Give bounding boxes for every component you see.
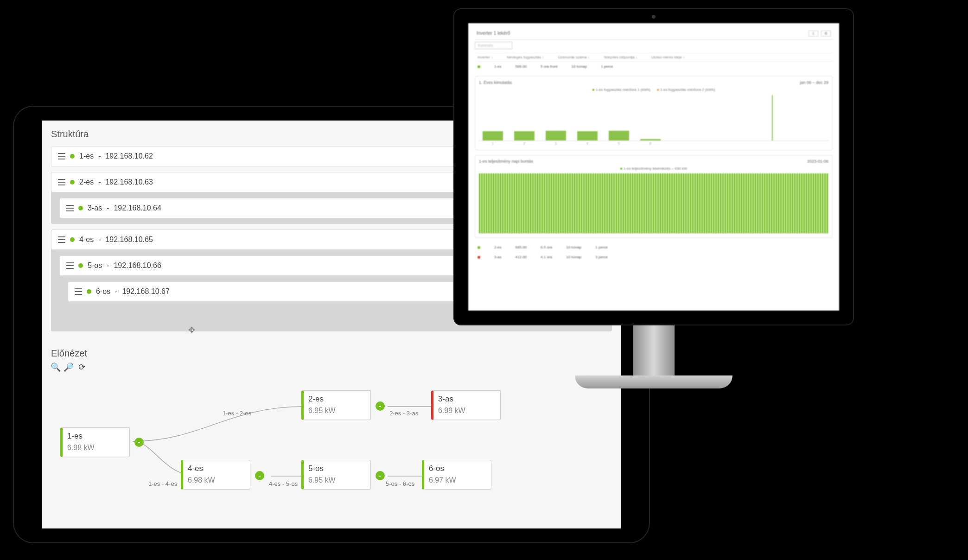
col[interactable]: Inverter ↓ bbox=[478, 55, 493, 59]
diagram-node-2es[interactable]: 2-es 6.95 kW bbox=[301, 390, 371, 420]
legend-item: 1-es teljesítmény lekérdezés – 430 kW bbox=[620, 166, 687, 171]
structure-row-name: 6-os bbox=[96, 287, 110, 296]
structure-row-ip: 192.168.10.64 bbox=[114, 204, 161, 212]
chart-legend: 1-es fogyasztás mérőóra 1 (kWh) 1-es fog… bbox=[479, 88, 828, 92]
cell: 2-es bbox=[494, 245, 502, 249]
dash: - bbox=[98, 178, 101, 186]
structure-row-name: 4-es bbox=[79, 235, 94, 244]
edge-label: 5-os - 6-os bbox=[386, 480, 414, 487]
table-header: Inverter ↓ Névleges fogyasztás ↓ Üzemórá… bbox=[475, 53, 833, 62]
drag-handle-icon[interactable] bbox=[66, 205, 74, 211]
cell: 685.00 bbox=[516, 245, 527, 249]
edge-label: 1-es - 4-es bbox=[148, 480, 177, 487]
page-title: Inverter 1 lekérő bbox=[477, 31, 510, 37]
edge-label: 4-es - 5-os bbox=[269, 480, 298, 487]
header-actions: ⇩ ⚙ bbox=[809, 31, 831, 37]
table-row[interactable]: 1-es 588.00 5 óra front 10 hónap 1 perce bbox=[475, 62, 833, 71]
structure-row-ip: 192.168.10.67 bbox=[122, 287, 169, 296]
status-dot-icon bbox=[478, 65, 480, 68]
drag-handle-icon[interactable] bbox=[58, 179, 65, 185]
drag-handle-icon[interactable] bbox=[58, 153, 65, 159]
structure-row-name: 3-as bbox=[88, 204, 102, 212]
diagram-node-1es[interactable]: 1-es 6.98 kW bbox=[60, 427, 130, 457]
move-cursor-icon: ✥ bbox=[188, 325, 195, 335]
structure-row-ip: 192.168.10.66 bbox=[114, 261, 161, 270]
bar-labels: 123456 bbox=[479, 141, 828, 146]
col[interactable]: Üzemórák száma ↓ bbox=[558, 55, 589, 59]
bar bbox=[483, 131, 503, 140]
edge-label: 1-es - 2-es bbox=[223, 410, 251, 417]
cell: 1 perce bbox=[595, 245, 608, 249]
table-row[interactable]: 2-es 685.00 6.5 óra 10 hónap 1 perce bbox=[475, 242, 833, 252]
status-dot-icon bbox=[87, 289, 91, 294]
node-value: 6.97 kW bbox=[429, 476, 484, 484]
node-value: 6.95 kW bbox=[308, 407, 364, 415]
node-value: 6.98 kW bbox=[188, 476, 243, 484]
cell: 6.5 óra bbox=[541, 245, 552, 249]
status-dot-icon bbox=[78, 263, 83, 268]
bar-chart bbox=[479, 95, 828, 141]
node-title: 4-es bbox=[188, 464, 243, 473]
zoom-in-icon[interactable]: 🔍 bbox=[51, 363, 60, 372]
connector-dot-icon[interactable]: - bbox=[134, 438, 144, 447]
search-input[interactable]: Keresés bbox=[475, 42, 512, 49]
node-value: 6.98 kW bbox=[67, 444, 123, 452]
status-dot-icon bbox=[70, 180, 75, 185]
camera-dot-icon bbox=[652, 15, 656, 19]
legend-item: 1-es fogyasztás mérőóra 2 (kWh) bbox=[657, 88, 715, 92]
chart-card-yearly: 1. Éves kimutatás jan 06 – dec 29 1-es f… bbox=[475, 76, 833, 150]
table-row[interactable]: 3-as 412.00 4.1 óra 10 hónap 3 perce bbox=[475, 252, 833, 262]
reset-icon[interactable]: ⟳ bbox=[77, 363, 86, 372]
dash: - bbox=[107, 204, 109, 212]
col[interactable]: Névleges fogyasztás ↓ bbox=[507, 55, 544, 59]
export-button[interactable]: ⇩ bbox=[809, 31, 818, 37]
dash: - bbox=[115, 287, 117, 296]
cell: 588.00 bbox=[516, 64, 527, 69]
status-dot-icon bbox=[70, 237, 75, 242]
col[interactable]: Telepítés időpontja ↓ bbox=[604, 55, 637, 59]
cell: 1-es bbox=[494, 64, 502, 69]
bar bbox=[546, 131, 566, 140]
chart-range: 2023-01-06 bbox=[807, 159, 828, 164]
cell: 3-as bbox=[494, 255, 502, 259]
chart-range: jan 06 – dec 29 bbox=[800, 80, 828, 85]
drag-handle-icon[interactable] bbox=[75, 288, 82, 295]
node-value: 6.95 kW bbox=[308, 476, 364, 484]
monitor-device: Inverter 1 lekérő ⇩ ⚙ Keresés Inverter ↓… bbox=[454, 9, 853, 399]
drag-handle-icon[interactable] bbox=[66, 262, 74, 269]
status-dot-icon bbox=[478, 256, 480, 259]
bar bbox=[514, 131, 535, 140]
connector-dot-icon[interactable]: - bbox=[376, 401, 385, 411]
cell: 1 perce bbox=[601, 64, 613, 69]
cell: 10 hónap bbox=[572, 64, 587, 69]
diagram-node-4es[interactable]: 4-es 6.98 kW bbox=[181, 460, 250, 490]
node-title: 2-es bbox=[308, 395, 364, 404]
bar-spike bbox=[772, 95, 773, 140]
chart-legend: 1-es teljesítmény lekérdezés – 430 kW bbox=[479, 166, 828, 171]
monitor-bezel: Inverter 1 lekérő ⇩ ⚙ Keresés Inverter ↓… bbox=[454, 9, 853, 325]
structure-row-ip: 192.168.10.65 bbox=[105, 235, 153, 244]
preview-diagram[interactable]: 1-es 6.98 kW - 2-es 6.95 kW - 3-as 6.99 … bbox=[51, 381, 612, 520]
drag-handle-icon[interactable] bbox=[58, 236, 65, 243]
settings-button[interactable]: ⚙ bbox=[821, 31, 831, 37]
status-dot-icon bbox=[478, 246, 480, 249]
chart-title: 1. Éves kimutatás bbox=[479, 80, 512, 85]
dash: - bbox=[98, 152, 101, 160]
cell: 3 perce bbox=[595, 255, 608, 259]
connector-dot-icon[interactable]: - bbox=[376, 471, 385, 480]
monitor-screen: Inverter 1 lekérő ⇩ ⚙ Keresés Inverter ↓… bbox=[468, 23, 839, 311]
cell: 10 hónap bbox=[566, 245, 581, 249]
page-header: Inverter 1 lekérő ⇩ ⚙ bbox=[475, 30, 833, 40]
diagram-node-6os[interactable]: 6-os 6.97 kW bbox=[422, 460, 491, 490]
chart-title: 1-es teljesítmény napi bontás bbox=[479, 159, 533, 164]
node-title: 1-es bbox=[67, 432, 123, 441]
node-title: 5-os bbox=[308, 464, 364, 473]
cell: 412.00 bbox=[516, 255, 527, 259]
connector-dot-icon[interactable]: - bbox=[255, 471, 264, 480]
dash: - bbox=[98, 235, 101, 244]
diagram-node-5os[interactable]: 5-os 6.95 kW bbox=[301, 460, 371, 490]
structure-row-name: 2-es bbox=[79, 178, 94, 186]
structure-row-name: 1-es bbox=[79, 152, 94, 160]
zoom-out-icon[interactable]: 🔎 bbox=[64, 363, 73, 372]
col[interactable]: Utolsó mérés ideje ↓ bbox=[651, 55, 685, 59]
